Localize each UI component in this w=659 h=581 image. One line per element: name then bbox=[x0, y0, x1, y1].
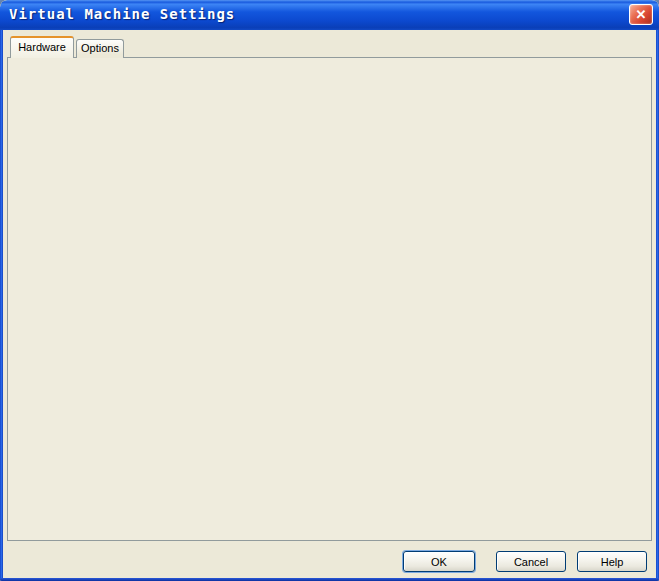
cancel-button[interactable]: Cancel bbox=[496, 551, 566, 572]
help-button[interactable]: Help bbox=[577, 551, 647, 572]
dialog-button-row: OK Cancel Help bbox=[0, 541, 659, 581]
hardware-tab-page bbox=[7, 57, 652, 541]
tab-options[interactable]: Options bbox=[76, 39, 124, 58]
close-icon[interactable]: ✕ bbox=[629, 4, 653, 25]
tab-hardware[interactable]: Hardware bbox=[10, 36, 74, 58]
titlebar[interactable]: Virtual Machine Settings ✕ bbox=[0, 0, 659, 30]
virtual-machine-settings-dialog: Virtual Machine Settings ✕ Hardware Opti… bbox=[0, 0, 659, 581]
ok-button[interactable]: OK bbox=[403, 551, 475, 572]
window-title: Virtual Machine Settings bbox=[9, 6, 235, 22]
window-border-left bbox=[0, 28, 3, 581]
